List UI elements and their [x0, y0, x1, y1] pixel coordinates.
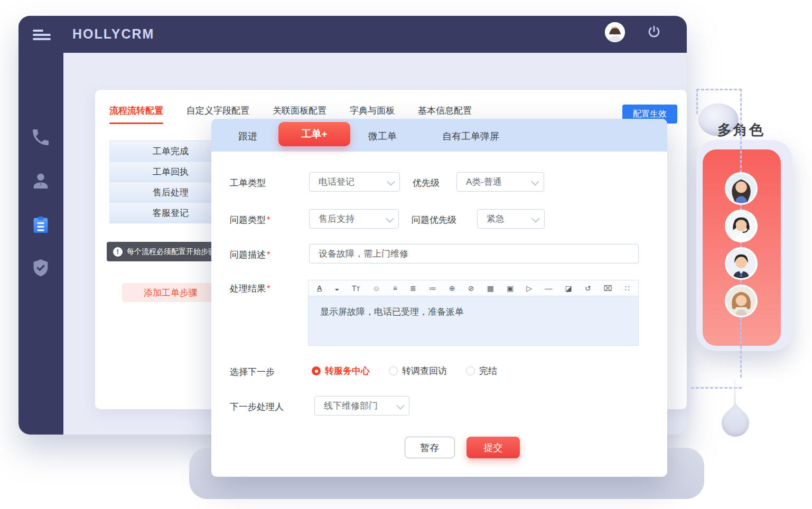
- modal-tab-workorder[interactable]: 工单+: [278, 122, 350, 146]
- font-size-icon[interactable]: Tт: [352, 285, 360, 292]
- radio-finish[interactable]: 完结: [466, 365, 497, 377]
- issue-desc-label: 问题描述*: [230, 249, 270, 261]
- next-step-label: 选择下一步: [230, 366, 275, 378]
- sidebar-item-workorders[interactable]: [30, 214, 51, 235]
- tooltip-text: 每个流程必须配置开始步骤: [127, 247, 216, 257]
- tab-flow-config[interactable]: 流程流转配置: [109, 105, 163, 124]
- avatar-agent-2: [725, 210, 758, 242]
- logout-power-icon[interactable]: [646, 24, 662, 40]
- radio-survey-callback[interactable]: 转调查回访: [389, 365, 447, 377]
- radio-unselected-icon: [466, 366, 475, 375]
- dashed-line: [696, 89, 742, 90]
- list-icon[interactable]: ≔: [429, 285, 436, 292]
- sidebar-item-security[interactable]: [30, 258, 51, 279]
- radio-selected-icon: [312, 366, 321, 375]
- chevron-down-icon: [531, 177, 539, 186]
- chevron-down-icon: [531, 214, 540, 223]
- link-icon[interactable]: ⊕: [449, 285, 455, 292]
- screenshot-stage: HOLLYCRM: [0, 0, 812, 509]
- editor-toolbar: A ◒ Tт ☺ ≡ ≣ ≔ ⊕ ⊘ ▦ ▣ ▷ ― ◪ ↺ ⌧ ∷: [308, 280, 639, 296]
- image-icon[interactable]: ▣: [507, 285, 514, 292]
- dashed-line: [696, 89, 698, 114]
- next-handler-label: 下一步处理人: [230, 401, 284, 413]
- app-logo: HOLLYCRM: [72, 26, 154, 42]
- chevron-down-icon: [396, 401, 405, 410]
- modal-tab-popup[interactable]: 自有工单弹屏: [442, 130, 499, 143]
- issue-desc-input[interactable]: 设备故障，需上门维修: [309, 244, 639, 263]
- issue-priority-select[interactable]: 紧急: [477, 209, 545, 229]
- modal-tab-follow[interactable]: 跟进: [238, 130, 257, 143]
- unlink-icon[interactable]: ⊘: [468, 285, 474, 292]
- editor-content[interactable]: 显示屏故障，电话已受理，准备派单: [308, 296, 639, 346]
- issue-priority-label: 问题优先级: [412, 214, 456, 226]
- horizontal-rule-icon[interactable]: ―: [545, 285, 552, 292]
- workorder-modal: 跟进 工单+ 微工单 自有工单弹屏 工单类型 电话登记 优先级 A类-普通 问题…: [211, 119, 667, 477]
- sidebar-item-phone[interactable]: [30, 127, 51, 148]
- submit-button[interactable]: 提交: [466, 437, 520, 458]
- font-underline-icon[interactable]: A: [317, 285, 322, 291]
- priority-label: 优先级: [413, 177, 440, 189]
- issue-type-label: 问题类型*: [230, 214, 270, 226]
- delete-icon[interactable]: ⌧: [604, 285, 612, 292]
- radio-unselected-icon: [389, 366, 398, 375]
- radio-service-center[interactable]: 转服务中心: [312, 365, 370, 377]
- eraser-icon[interactable]: ◪: [565, 285, 572, 292]
- avatar-agent-4: [725, 285, 758, 317]
- modal-tabbar: 跟进 工单+ 微工单 自有工单弹屏: [211, 119, 667, 152]
- ticket-type-select[interactable]: 电话登记: [309, 172, 400, 192]
- warning-icon: !: [113, 247, 123, 257]
- table-icon[interactable]: ▦: [487, 285, 494, 292]
- user-avatar[interactable]: [605, 22, 625, 42]
- save-draft-button[interactable]: 暂存: [405, 437, 455, 458]
- avatar-agent-3: [725, 247, 758, 280]
- sidebar-item-customers[interactable]: [30, 170, 51, 191]
- priority-select[interactable]: A类-普通: [456, 172, 544, 192]
- chevron-down-icon: [387, 177, 395, 186]
- next-step-options: 转服务中心 转调查回访 完结: [312, 365, 516, 377]
- avatar-agent-1: [725, 172, 758, 205]
- modal-tab-micro[interactable]: 微工单: [368, 130, 397, 143]
- undo-icon[interactable]: ↺: [585, 285, 591, 292]
- indent-icon[interactable]: ≡: [393, 285, 397, 292]
- menu-toggle-icon[interactable]: [33, 30, 51, 40]
- chevron-down-icon: [386, 214, 394, 223]
- fullscreen-icon[interactable]: ∷: [625, 285, 630, 292]
- video-icon[interactable]: ▷: [526, 285, 532, 292]
- add-step-button[interactable]: 添加工单步骤: [122, 283, 219, 302]
- issue-type-select[interactable]: 售后支持: [309, 209, 399, 229]
- result-label: 处理结果*: [230, 282, 270, 295]
- ticket-type-label: 工单类型: [230, 177, 266, 189]
- font-color-icon[interactable]: ◒: [335, 285, 339, 292]
- next-handler-select[interactable]: 线下维修部门: [314, 396, 409, 416]
- water-drop: [716, 403, 755, 442]
- emoji-icon[interactable]: ☺: [372, 285, 380, 292]
- rich-text-editor: A ◒ Tт ☺ ≡ ≣ ≔ ⊕ ⊘ ▦ ▣ ▷ ― ◪ ↺ ⌧ ∷ 显示屏故障…: [308, 280, 639, 346]
- align-icon[interactable]: ≣: [410, 285, 416, 292]
